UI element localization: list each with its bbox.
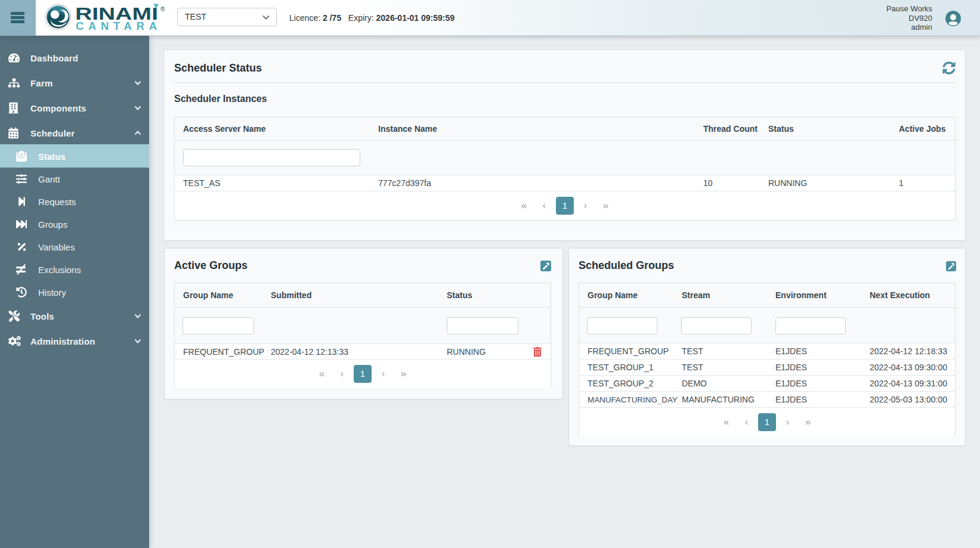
svg-text:®: ® [160,6,165,13]
